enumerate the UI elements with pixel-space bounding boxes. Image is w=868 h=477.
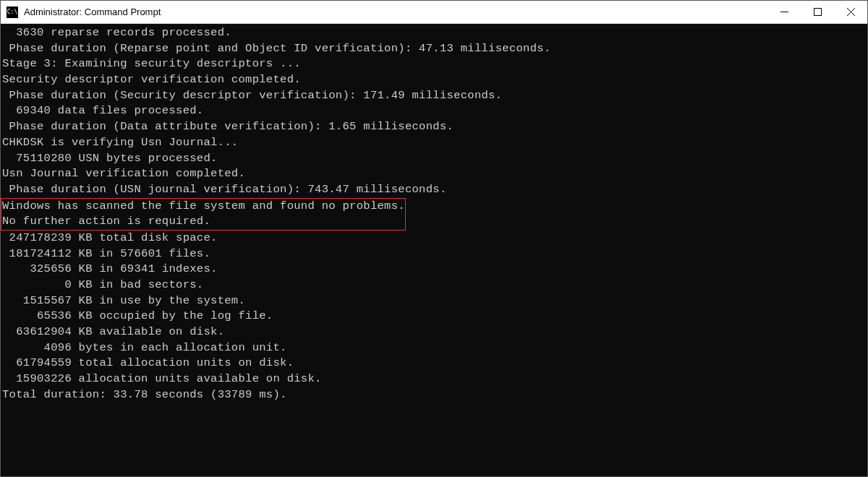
maximize-button[interactable] xyxy=(801,1,834,23)
terminal-line: Windows has scanned the file system and … xyxy=(2,199,405,215)
cmd-icon: C:\ xyxy=(7,7,18,18)
terminal-line: Phase duration (Data attribute verificat… xyxy=(2,119,866,135)
command-prompt-window: C:\ Administrator: Command Prompt 3630 r… xyxy=(0,0,868,477)
terminal-line: 325656 KB in 69341 indexes. xyxy=(2,262,866,278)
terminal-line: 4096 bytes in each allocation unit. xyxy=(2,340,866,356)
titlebar[interactable]: C:\ Administrator: Command Prompt xyxy=(1,1,867,24)
terminal-line: Stage 3: Examining security descriptors … xyxy=(2,56,866,72)
terminal-line: 63612904 KB available on disk. xyxy=(2,325,866,340)
svg-rect-1 xyxy=(814,9,821,16)
highlighted-result: Windows has scanned the file system and … xyxy=(1,198,406,231)
minimize-button[interactable] xyxy=(767,1,801,23)
terminal-line: 65536 KB occupied by the log file. xyxy=(2,309,866,325)
terminal-line: 247178239 KB total disk space. xyxy=(2,231,866,246)
terminal-line: No further action is required. xyxy=(2,214,405,230)
window-title: Administrator: Command Prompt xyxy=(24,7,767,17)
terminal-line: Security descriptor verification complet… xyxy=(2,72,866,88)
terminal-line: Total duration: 33.78 seconds (33789 ms)… xyxy=(2,387,866,403)
terminal-line: 15903226 allocation units available on d… xyxy=(2,371,866,387)
terminal-line: Usn Journal verification completed. xyxy=(2,166,866,182)
maximize-icon xyxy=(814,8,822,16)
terminal-line: 61794559 total allocation units on disk. xyxy=(2,356,866,371)
terminal-line: 69340 data files processed. xyxy=(2,103,866,119)
terminal-line: 1515567 KB in use by the system. xyxy=(2,293,866,309)
terminal-line: 75110280 USN bytes processed. xyxy=(2,151,866,167)
close-icon xyxy=(847,8,855,16)
terminal-line: Phase duration (Security descriptor veri… xyxy=(2,88,866,104)
window-controls xyxy=(767,1,867,23)
terminal-line: 0 KB in bad sectors. xyxy=(2,278,866,293)
terminal-output[interactable]: 3630 reparse records processed. Phase du… xyxy=(1,24,867,476)
terminal-line: 181724112 KB in 576601 files. xyxy=(2,246,866,262)
minimize-icon xyxy=(780,8,788,16)
terminal-line: Phase duration (Reparse point and Object… xyxy=(2,41,866,57)
terminal-line: 3630 reparse records processed. xyxy=(2,25,866,41)
close-button[interactable] xyxy=(834,1,867,23)
terminal-line: Phase duration (USN journal verification… xyxy=(2,182,866,198)
terminal-line: CHKDSK is verifying Usn Journal... xyxy=(2,135,866,151)
